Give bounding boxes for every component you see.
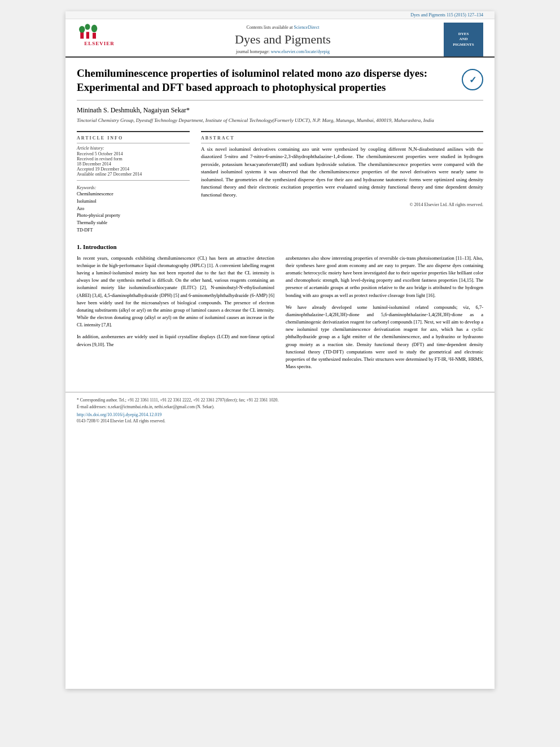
journal-name-heading: Dyes and Pigments xyxy=(128,32,438,47)
crossmark-icon: ✓ xyxy=(469,75,476,85)
svg-point-4 xyxy=(91,25,98,33)
title-section: Chemiluminescence properties of isolumin… xyxy=(77,67,483,101)
keyword-2: Isoluminol xyxy=(77,198,190,206)
intro-para-1: In recent years, compounds exhibiting ch… xyxy=(77,255,274,329)
abstract-text: A six novel isoluminol derivatives conta… xyxy=(201,146,483,199)
intro-para-4: We have already developed some luminol-i… xyxy=(286,304,483,371)
homepage-url[interactable]: www.elsevier.com/locate/dyepig xyxy=(271,49,330,54)
svg-rect-3 xyxy=(86,32,89,39)
abstract-box: ABSTRACT A six novel isoluminol derivati… xyxy=(201,131,483,208)
section-number: 1. xyxy=(77,243,81,250)
logo-line-2: AND xyxy=(459,37,467,42)
citation-text: Dyes and Pigments 115 (2015) 127–134 xyxy=(410,12,483,18)
article-info-abstract-cols: ARTICLE INFO Article history: Received 5… xyxy=(77,131,483,234)
section-title-text: Introduction xyxy=(83,243,117,250)
abstract-label: ABSTRACT xyxy=(201,136,483,141)
article-title: Chemiluminescence properties of isolumin… xyxy=(77,67,462,94)
doi-link[interactable]: http://dx.doi.org/10.1016/j.dyepig.2014.… xyxy=(77,412,483,417)
elsevier-logo: ELSEVIER xyxy=(77,23,122,50)
keyword-5: Thermally stable xyxy=(77,220,190,227)
sciencedirect-link[interactable]: ScienceDirect xyxy=(294,25,320,30)
svg-rect-5 xyxy=(93,33,96,39)
page-footer: * Corresponding author. Tel.; +91 22 336… xyxy=(65,392,495,428)
body-col-left: In recent years, compounds exhibiting ch… xyxy=(77,255,274,375)
history-group: Article history: Received 5 October 2014… xyxy=(77,146,190,177)
journal-homepage: journal homepage: www.elsevier.com/locat… xyxy=(128,49,438,54)
article-info-label: ARTICLE INFO xyxy=(77,136,190,141)
page: Dyes and Pigments 115 (2015) 127–134 ELS… xyxy=(65,11,495,689)
article-info-col: ARTICLE INFO Article history: Received 5… xyxy=(77,131,190,234)
keyword-1: Chemiluminescence xyxy=(77,191,190,198)
revised-label: Received in revised form xyxy=(77,156,190,161)
keyword-3: Azo xyxy=(77,206,190,213)
corresponding-note: * Corresponding author. Tel.; +91 22 336… xyxy=(77,397,483,403)
keywords-section: Keywords: Chemiluminescence Isoluminol A… xyxy=(77,185,190,234)
issn-line: 0143-7208/© 2014 Elsevier Ltd. All right… xyxy=(77,418,483,423)
body-col-right: azobenzenes also show interesting proper… xyxy=(286,255,483,375)
journal-header: ELSEVIER Contents lists available at Sci… xyxy=(65,19,495,58)
keyword-6: TD-DFT xyxy=(77,227,190,234)
logo-line-1: DYES xyxy=(458,32,469,37)
elsevier-label: ELSEVIER xyxy=(84,41,115,46)
contents-line: Contents lists available at ScienceDirec… xyxy=(128,25,438,30)
received-date: Received 5 October 2014 xyxy=(77,151,190,156)
copyright-line: © 2014 Elsevier Ltd. All rights reserved… xyxy=(201,202,483,207)
citation-bar: Dyes and Pigments 115 (2015) 127–134 xyxy=(65,11,495,19)
journal-logo-box: DYES AND PIGMENTS xyxy=(444,23,483,56)
revised-date: 18 December 2014 xyxy=(77,161,190,167)
email-note: E-mail addresses: n.sekar@ictnumbai.edu.… xyxy=(77,404,483,410)
affiliation: Tinctorial Chemistry Group, Dyestuff Tec… xyxy=(77,117,483,124)
logo-line-3: PIGMENTS xyxy=(453,42,474,47)
crossmark-badge: ✓ xyxy=(462,69,483,90)
article-content: Chemiluminescence properties of isolumin… xyxy=(65,58,495,386)
intro-para-2: In addition, azobenzenes are widely used… xyxy=(77,333,274,348)
svg-point-1 xyxy=(79,26,85,33)
keyword-4: Photo-physical property xyxy=(77,212,190,220)
article-info-box: ARTICLE INFO Article history: Received 5… xyxy=(77,131,190,234)
keywords-label: Keywords: xyxy=(77,185,190,190)
elsevier-tree-icon xyxy=(77,23,122,40)
journal-center-info: Contents lists available at ScienceDirec… xyxy=(122,23,444,56)
available-date: Available online 27 December 2014 xyxy=(77,172,190,177)
svg-point-2 xyxy=(85,24,90,30)
abstract-col: ABSTRACT A six novel isoluminol derivati… xyxy=(201,131,483,234)
body-two-col: In recent years, compounds exhibiting ch… xyxy=(77,255,483,375)
accepted-date: Accepted 19 December 2014 xyxy=(77,167,190,172)
intro-para-3: azobenzenes also show interesting proper… xyxy=(286,255,483,299)
introduction-title: 1. Introduction xyxy=(77,243,483,250)
history-label: Article history: xyxy=(77,146,190,151)
authors: Mininath S. Deshmukh, Nagaiyan Sekar* xyxy=(77,106,483,115)
